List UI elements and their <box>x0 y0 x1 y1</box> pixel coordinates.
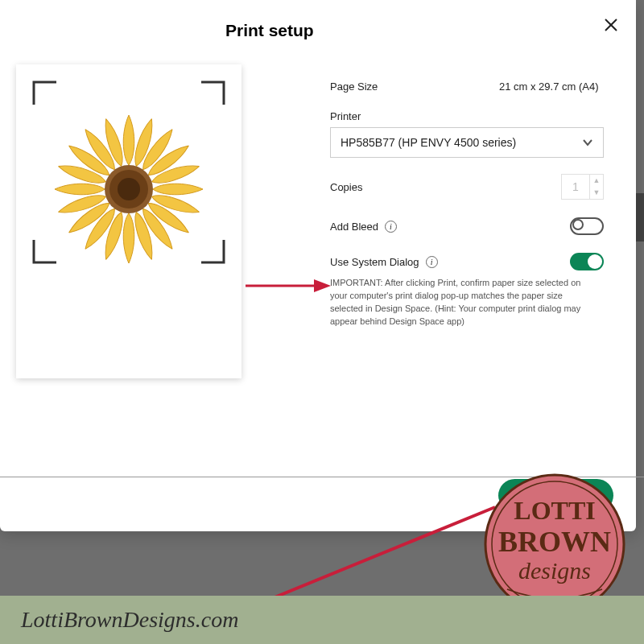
use-system-dialog-label: Use System Dialog <box>330 256 419 268</box>
copies-row: Copies ▲ ▼ <box>330 174 604 200</box>
registration-mark-top-left <box>31 79 60 108</box>
copies-input[interactable] <box>562 180 589 193</box>
svg-point-4 <box>118 178 140 200</box>
add-bleed-toggle[interactable] <box>570 217 604 235</box>
dialog-header: Print setup <box>0 0 636 48</box>
page-size-row: Page Size 21 cm x 29.7 cm (A4) <box>330 80 612 93</box>
footer-url: LottiBrownDesigns.com <box>21 607 238 633</box>
footer-bar: LottiBrownDesigns.com <box>0 596 644 644</box>
page-size-value: 21 cm x 29.7 cm (A4) <box>499 80 599 93</box>
print-preview-page <box>16 64 242 378</box>
copies-decrease-button[interactable]: ▼ <box>590 187 603 199</box>
add-bleed-row: Add Bleed i <box>330 217 604 235</box>
close-button[interactable] <box>604 18 618 35</box>
print-preview-column <box>16 56 242 463</box>
logo-text-middle: BROWN <box>498 526 611 558</box>
copies-increase-button[interactable]: ▲ <box>590 175 603 187</box>
printer-select[interactable]: HP585B77 (HP ENVY 4500 series) <box>330 127 604 158</box>
use-system-dialog-row: Use System Dialog i <box>330 253 604 270</box>
printer-value: HP585B77 (HP ENVY 4500 series) <box>341 136 582 149</box>
print-setup-dialog: Print setup <box>0 0 636 531</box>
use-system-dialog-note: IMPORTANT: After clicking Print, confirm… <box>330 277 596 328</box>
lotti-brown-logo: LOTTI BROWN designs <box>483 473 626 616</box>
info-icon[interactable]: i <box>426 256 438 268</box>
info-icon[interactable]: i <box>385 221 397 233</box>
add-bleed-label: Add Bleed <box>330 221 378 233</box>
chevron-down-icon <box>582 137 593 148</box>
logo-text-top: LOTTI <box>514 496 595 525</box>
sunflower-preview-image <box>48 109 209 270</box>
background-sidebar-fragment <box>636 193 644 242</box>
dialog-title: Print setup <box>225 21 604 40</box>
copies-stepper[interactable]: ▲ ▼ <box>561 174 604 200</box>
printer-group: Printer HP585B77 (HP ENVY 4500 series) <box>330 110 612 158</box>
logo-text-bottom: designs <box>518 557 591 584</box>
page-size-label: Page Size <box>330 80 499 93</box>
close-icon <box>604 18 618 32</box>
use-system-dialog-toggle[interactable] <box>570 253 604 270</box>
registration-mark-top-right <box>198 79 227 108</box>
printer-label: Printer <box>330 110 612 122</box>
copies-label: Copies <box>330 181 362 193</box>
settings-column: Page Size 21 cm x 29.7 cm (A4) Printer H… <box>242 56 612 463</box>
